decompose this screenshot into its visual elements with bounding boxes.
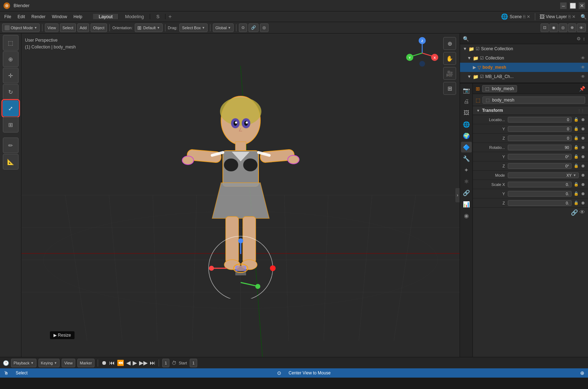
viewport-shading-solid[interactable]: ◉ — [549, 24, 558, 32]
location-z-lock[interactable]: 🔒 — [574, 136, 579, 140]
view-layer-options-icon[interactable]: ⎘ ✕ — [568, 14, 576, 19]
cursor-tool[interactable]: ⊕ — [3, 51, 19, 67]
scale-x-dot[interactable] — [582, 183, 584, 186]
scale-z-dot[interactable] — [582, 202, 584, 204]
jump-end-btn[interactable]: ⏭ — [150, 360, 155, 366]
visib-icon[interactable]: 👁 — [579, 209, 585, 216]
orientation-dropdown[interactable]: ⊞ Default ▼ — [135, 24, 163, 32]
snapping[interactable]: 🔗 — [249, 24, 259, 32]
scale-y-field[interactable]: 0. — [508, 191, 572, 197]
annotate-tool[interactable]: ✏ — [3, 138, 19, 153]
transform-tool[interactable]: ⊞ — [3, 117, 19, 133]
close-button[interactable]: ✕ — [579, 2, 585, 9]
tab-modeling[interactable]: Modeling — [119, 14, 150, 19]
menu-edit[interactable]: Edit — [15, 14, 28, 20]
viewport[interactable]: User Perspective (1) Collection | body_m… — [21, 33, 460, 357]
scale-z-lock[interactable]: 🔒 — [574, 201, 579, 205]
mblab-visibility-icon[interactable]: 👁 — [581, 74, 585, 79]
scale-y-dot[interactable] — [582, 192, 584, 195]
props-view-layer-icon[interactable]: 🖼 — [461, 108, 472, 118]
zoom-in-tool[interactable]: ⊕ — [443, 37, 456, 50]
jump-start-btn[interactable]: ⏮ — [109, 360, 115, 366]
collection-visibility-icon[interactable]: 👁 — [581, 56, 585, 61]
location-x-dot[interactable] — [582, 118, 584, 121]
location-y-lock[interactable]: 🔒 — [574, 126, 579, 131]
props-particles-icon[interactable]: ✦ — [461, 165, 472, 175]
menu-file[interactable]: File — [1, 14, 14, 20]
rotation-y-dot[interactable] — [582, 155, 584, 158]
location-x-lock[interactable]: 🔒 — [574, 117, 579, 122]
rotation-mode-dot[interactable] — [582, 174, 584, 177]
viewport-overlay[interactable]: 👁 — [577, 24, 586, 32]
rotation-y-lock[interactable]: 🔒 — [574, 154, 579, 159]
pan-tool[interactable]: ✋ — [443, 52, 456, 65]
props-render-icon[interactable]: 📷 — [461, 85, 472, 95]
axis-gizmo[interactable]: Z X Y — [406, 37, 438, 69]
scale-tool[interactable]: ⤢ — [3, 100, 19, 116]
props-object-icon[interactable]: 🔷 — [461, 142, 472, 152]
timeline-view-menu[interactable]: View — [62, 359, 75, 367]
view-layer-name[interactable]: View Layer — [546, 14, 567, 19]
location-y-field[interactable]: 0 — [508, 126, 572, 132]
play-btn[interactable]: ▶ — [133, 359, 137, 366]
scale-z-field[interactable]: 0. — [508, 200, 572, 206]
scene-options-icon[interactable]: ⎘ ✕ — [523, 14, 530, 19]
collection-checkbox[interactable]: ☑ — [480, 56, 484, 61]
drag-dropdown[interactable]: Select Box ▼ — [179, 24, 208, 32]
maximize-button[interactable]: ⬜ — [569, 2, 576, 9]
props-data-icon[interactable]: 📊 — [461, 199, 472, 209]
tab-s[interactable]: S — [151, 14, 166, 19]
marker-menu[interactable]: Marker — [77, 359, 94, 367]
outliner-row-body-mesh[interactable]: ▶ ▽ body_mesh 👁 — [460, 63, 588, 72]
camera-tool[interactable]: 🎥 — [443, 67, 456, 80]
rotation-x-dot[interactable] — [582, 146, 584, 149]
timeline-icon[interactable]: 🕐 — [3, 360, 9, 366]
rotation-mode-field[interactable]: XY ▼ — [508, 172, 579, 178]
outliner-row-scene-collection[interactable]: ▼ 📁 ☑ Scene Collection — [460, 44, 588, 53]
outliner-row-mblab[interactable]: ▼ 📁 ☑ MB_LAB_Ch... 👁 — [460, 72, 588, 81]
viewport-shading-material[interactable]: ◎ — [559, 24, 567, 32]
object-menu[interactable]: Object — [91, 24, 107, 32]
props-main-scroll[interactable]: ▼ Transform ⋮⋮ Locatio... 0 🔒 Y 0 — [473, 106, 588, 357]
measure-tool[interactable]: 📐 — [3, 154, 19, 170]
menu-window[interactable]: Window — [49, 14, 70, 20]
proportional-edit[interactable]: ◎ — [260, 24, 269, 32]
props-constraints-icon[interactable]: 🔗 — [461, 187, 472, 198]
start-frame-field[interactable]: 1 — [190, 359, 197, 367]
playback-menu[interactable]: Playback ▼ — [11, 359, 36, 367]
location-y-dot[interactable] — [582, 128, 584, 130]
keyframe-icon[interactable]: ⏱ — [172, 360, 177, 366]
add-menu[interactable]: Add — [77, 24, 90, 32]
record-btn[interactable]: ⏺ — [101, 360, 107, 366]
properties-block-dropdown[interactable]: ⬚ body_mesh — [482, 85, 517, 92]
object-mode-dropdown[interactable]: Object Mode ▼ — [2, 24, 40, 32]
outliner-sync-icon[interactable]: ↕ — [583, 36, 586, 41]
rotation-x-lock[interactable]: 🔒 — [574, 145, 579, 150]
rotation-y-field[interactable]: 0° — [508, 154, 572, 160]
move-tool[interactable]: ✛ — [3, 68, 19, 83]
props-output-icon[interactable]: 🖨 — [461, 96, 472, 107]
render-view-tool[interactable]: ⊞ — [443, 82, 456, 95]
location-x-field[interactable]: 0 — [508, 117, 572, 123]
scene-name[interactable]: Scene — [510, 14, 522, 19]
view-menu[interactable]: View — [45, 24, 58, 32]
props-material-icon[interactable]: ◉ — [461, 210, 472, 221]
outliner-row-collection[interactable]: ▼ 📁 ☑ Collection 👁 — [460, 53, 588, 63]
props-scene-icon[interactable]: 🌐 — [461, 119, 472, 130]
scale-x-lock[interactable]: 🔒 — [574, 182, 579, 187]
current-frame-field[interactable]: 1 — [162, 359, 169, 367]
tab-layout[interactable]: Layout — [93, 14, 119, 19]
viewport-shading-render[interactable]: ⊕ — [568, 24, 576, 32]
outliner-filter-icon[interactable]: ⚙ — [577, 36, 581, 41]
scale-y-lock[interactable]: 🔒 — [574, 191, 579, 196]
props-world-icon[interactable]: 🌍 — [461, 130, 472, 141]
body-mesh-visibility-icon[interactable]: 👁 — [581, 65, 585, 70]
relations-icon[interactable]: 🔗 — [571, 209, 578, 216]
rotation-z-lock[interactable]: 🔒 — [574, 164, 579, 168]
object-data-dropdown[interactable]: ⬚ body_mesh — [482, 97, 585, 104]
next-frame-btn[interactable]: ▶▶ — [139, 359, 148, 366]
location-z-field[interactable]: 0 — [508, 135, 572, 141]
mblab-checkbox[interactable]: ☑ — [480, 74, 484, 79]
prev-keyframe-btn[interactable]: ⏪ — [117, 359, 124, 366]
rotation-x-field[interactable]: 90 — [508, 145, 572, 150]
